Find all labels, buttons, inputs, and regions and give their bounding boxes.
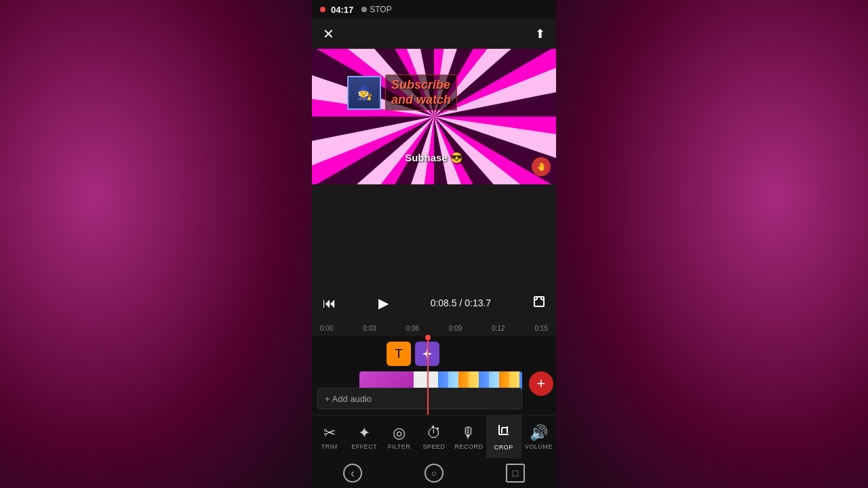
time-display: 0:08.5 / 0:13.7 <box>431 298 492 308</box>
rewind-button[interactable]: ⏮ <box>323 296 336 311</box>
playback-controls: ⏮ ▶ 0:08.5 / 0:13.7 <box>312 286 556 320</box>
bg-left-panel <box>0 0 312 488</box>
channel-name: Subhase 😎 <box>312 152 556 164</box>
status-time: 04:17 <box>331 5 353 15</box>
video-preview: 🧙 Subscribeand watch Subhase 😎 🤚 <box>312 49 556 184</box>
add-clip-button[interactable]: + <box>529 371 553 396</box>
video-overlay: 🧙 Subscribeand watch Subhase 😎 🤚 <box>312 49 556 184</box>
subscribe-text-box: Subscribeand watch <box>385 75 457 110</box>
ruler-0:15: 0:15 <box>534 325 547 332</box>
trim-label: TRIM <box>321 443 338 450</box>
tool-record[interactable]: 🎙 RECORD <box>452 415 486 458</box>
crop-label: CROP <box>494 444 513 451</box>
volume-icon: 🔊 <box>530 424 548 442</box>
avatar-inner: 🧙 <box>349 77 380 108</box>
recent-button[interactable]: □ <box>506 464 525 483</box>
volume-label: VOLUME <box>525 443 553 450</box>
share-button[interactable]: ⬆ <box>535 26 545 41</box>
nav-bar: ‹ ○ □ <box>312 458 556 488</box>
timeline-ruler: 0:00 0:03 0:06 0:09 0:12 0:15 <box>312 320 556 336</box>
bg-right-panel <box>556 0 868 488</box>
tool-speed[interactable]: ⏱ SPEED <box>416 415 451 458</box>
avatar-thumbnail: 🧙 <box>347 76 381 110</box>
home-button[interactable]: ○ <box>425 464 443 483</box>
stop-label: STOP <box>370 5 391 14</box>
subscribe-text: Subscribeand watch <box>391 78 451 107</box>
close-button[interactable]: ✕ <box>323 26 334 42</box>
stop-indicator: STOP <box>361 5 391 14</box>
middle-space <box>312 184 556 286</box>
corner-avatar: 🤚 <box>532 157 551 176</box>
speed-label: SPEED <box>422 443 445 450</box>
speed-icon: ⏱ <box>427 424 441 442</box>
channel-name-text: Subhase 😎 <box>405 152 463 163</box>
crop-icon <box>496 424 511 443</box>
playhead <box>427 336 429 415</box>
ruler-0:00: 0:00 <box>320 325 333 332</box>
playhead-top <box>425 335 431 340</box>
record-icon: 🎙 <box>461 424 476 442</box>
play-button[interactable]: ▶ <box>378 295 389 311</box>
timeline: 0:00 0:03 0:06 0:09 0:12 0:15 T <box>312 320 556 415</box>
timeline-tracks: T ✎ <box>312 336 556 415</box>
status-bar: 04:17 STOP <box>312 0 556 19</box>
phone-panel: 04:17 STOP ✕ ⬆ <box>312 0 556 488</box>
filter-icon: ◎ <box>393 424 406 442</box>
text-badge[interactable]: T <box>387 342 411 366</box>
trim-icon: ✂ <box>323 424 336 442</box>
icon-track: T <box>387 342 439 366</box>
bottom-toolbar: ✂ TRIM ✦ EFFECT ◎ FILTER ⏱ SPEED 🎙 RECOR… <box>312 415 556 458</box>
fullscreen-button[interactable] <box>533 296 545 311</box>
back-button[interactable]: ‹ <box>343 464 362 483</box>
add-audio-bar[interactable]: + Add audio <box>317 388 522 409</box>
svg-rect-26 <box>534 297 544 306</box>
recording-dot <box>320 7 326 12</box>
effect-label: EFFECT <box>351 443 377 450</box>
stop-dot <box>361 7 367 12</box>
ruler-0:06: 0:06 <box>406 325 419 332</box>
tool-crop[interactable]: CROP <box>486 415 521 458</box>
effect-icon: ✦ <box>358 424 370 442</box>
tool-effect[interactable]: ✦ EFFECT <box>347 415 381 458</box>
tool-volume[interactable]: 🔊 VOLUME <box>521 415 556 458</box>
add-audio-label: + Add audio <box>325 394 372 404</box>
record-label: RECORD <box>454 443 483 450</box>
tool-trim[interactable]: ✂ TRIM <box>312 415 347 458</box>
top-toolbar: ✕ ⬆ <box>312 19 556 49</box>
filter-label: FILTER <box>388 443 410 450</box>
ruler-0:12: 0:12 <box>492 325 505 332</box>
ruler-0:09: 0:09 <box>449 325 462 332</box>
tool-filter[interactable]: ◎ FILTER <box>382 415 416 458</box>
ruler-0:03: 0:03 <box>363 325 376 332</box>
